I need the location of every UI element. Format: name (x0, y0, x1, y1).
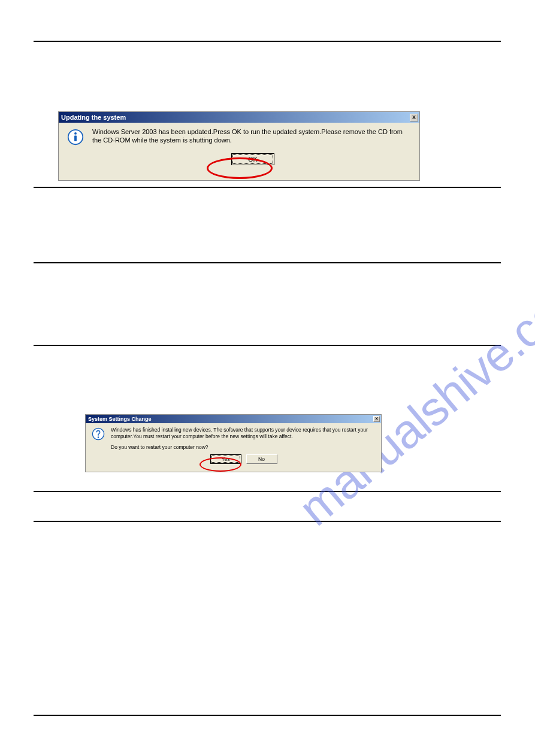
close-button[interactable]: X (373, 416, 380, 422)
question-icon (92, 427, 105, 441)
info-icon (67, 129, 84, 145)
dialog-title: System Settings Change (88, 416, 152, 422)
dialog-message: Windows Server 2003 has been updated.Pre… (92, 127, 413, 145)
section-rule (34, 491, 501, 492)
no-button[interactable]: No (246, 454, 277, 464)
dialog-question: Do you want to restart your computer now… (111, 444, 376, 451)
close-button[interactable]: X (410, 114, 418, 122)
dialog-titlebar: System Settings Change X (86, 415, 381, 423)
dialog-title: Updating the system (61, 114, 126, 121)
dialog-titlebar: Updating the system X (59, 112, 419, 123)
section-rule (34, 262, 501, 263)
section-rule (34, 345, 501, 346)
dialog-body: Windows has finished installing new devi… (86, 423, 381, 466)
svg-point-1 (74, 132, 77, 135)
page-footer-rule (34, 715, 501, 716)
section-rule (34, 187, 501, 188)
svg-point-4 (98, 436, 99, 438)
page-header-rule (34, 41, 501, 42)
section-rule (34, 521, 501, 522)
dialog-message: Windows has finished installing new devi… (111, 427, 376, 439)
dialog-text-col: Windows Server 2003 has been updated.Pre… (92, 127, 413, 165)
ok-button[interactable]: OK (231, 153, 274, 165)
dialog-button-row: OK (92, 153, 413, 165)
dialog-button-row: Yes No (111, 454, 376, 464)
watermark-text: manualshive.com (288, 261, 535, 537)
dialog-text-col: Windows has finished installing new devi… (111, 427, 376, 464)
dialog-body: Windows Server 2003 has been updated.Pre… (59, 123, 419, 169)
updating-system-dialog: Updating the system X Windows Server 200… (58, 111, 420, 181)
system-settings-change-dialog: System Settings Change X Windows has fin… (85, 414, 382, 472)
svg-rect-2 (74, 135, 77, 141)
yes-button[interactable]: Yes (210, 454, 241, 464)
